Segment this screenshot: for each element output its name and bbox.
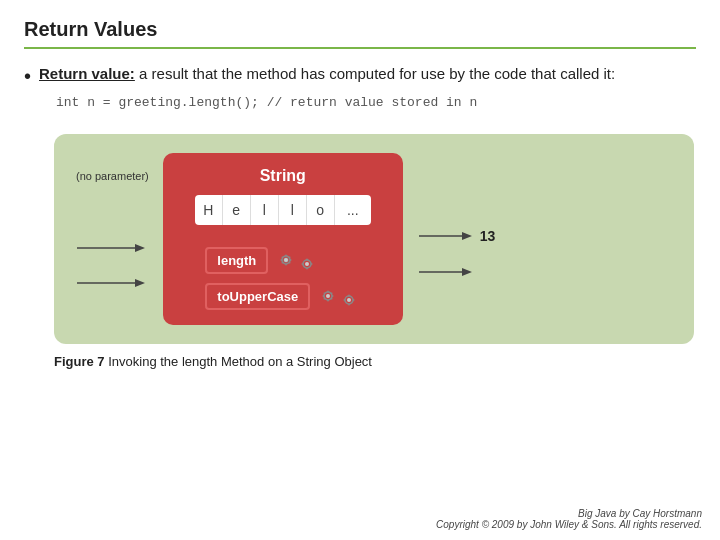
char-ellipsis: ...	[335, 195, 371, 225]
diagram-inner: (no parameter) String H e l	[76, 153, 672, 325]
copyright-line1: Big Java by Cay Horstmann	[436, 508, 702, 519]
right-arrow-1	[419, 228, 474, 244]
method-length: length	[205, 247, 268, 274]
result-length-row: 13	[419, 228, 496, 244]
bullet-section: • Return value: a result that the method…	[24, 63, 696, 120]
svg-point-10	[326, 294, 330, 298]
left-arrows-svg	[77, 228, 147, 308]
code-line: int n = greeting.length(); // return val…	[56, 95, 696, 110]
bold-term: Return value:	[39, 65, 135, 82]
bullet-point: • Return value: a result that the method…	[24, 63, 696, 91]
svg-point-8	[305, 262, 309, 266]
bullet-description: a result that the method has computed fo…	[135, 65, 615, 82]
result-touppercase-row	[419, 264, 496, 280]
right-outputs: 13	[419, 228, 496, 280]
svg-marker-16	[462, 268, 472, 276]
char-o: o	[307, 195, 335, 225]
svg-point-12	[347, 298, 351, 302]
right-arrow-2	[419, 264, 474, 280]
page-container: Return Values • Return value: a result t…	[0, 0, 720, 540]
figure-text: Invoking the length Method on a String O…	[108, 354, 372, 369]
diagram-container: (no parameter) String H e l	[54, 134, 694, 344]
title-section: Return Values	[24, 18, 696, 49]
char-l2: l	[279, 195, 307, 225]
method-touppercase: toUpperCase	[205, 283, 310, 310]
left-arrow-area: (no parameter)	[76, 170, 149, 308]
method-length-row: length	[205, 245, 360, 275]
svg-point-6	[284, 258, 288, 262]
svg-marker-1	[135, 244, 145, 252]
svg-marker-3	[135, 279, 145, 287]
no-param-label: (no parameter)	[76, 170, 149, 182]
char-l1: l	[251, 195, 279, 225]
char-H: H	[195, 195, 223, 225]
char-box-row: H e l l o ...	[195, 195, 371, 225]
bullet-dot: •	[24, 61, 31, 91]
gear-icon-1b	[296, 253, 318, 275]
string-object-box: String H e l l o ... length	[163, 153, 403, 325]
svg-marker-14	[462, 232, 472, 240]
gear-icon-2b	[338, 289, 360, 311]
bullet-text: Return value: a result that the method h…	[39, 63, 615, 86]
copyright-line2: Copyright © 2009 by John Wiley & Sons. A…	[436, 519, 702, 530]
copyright: Big Java by Cay Horstmann Copyright © 20…	[436, 508, 702, 530]
methods-outer: length	[205, 245, 360, 311]
figure-caption: Figure 7 Invoking the length Method on a…	[54, 354, 696, 369]
char-e: e	[223, 195, 251, 225]
result-13: 13	[480, 228, 496, 244]
method-touppercase-row: toUpperCase	[205, 281, 360, 311]
figure-number: Figure 7	[54, 354, 105, 369]
string-label: String	[260, 167, 306, 185]
page-title: Return Values	[24, 18, 157, 40]
